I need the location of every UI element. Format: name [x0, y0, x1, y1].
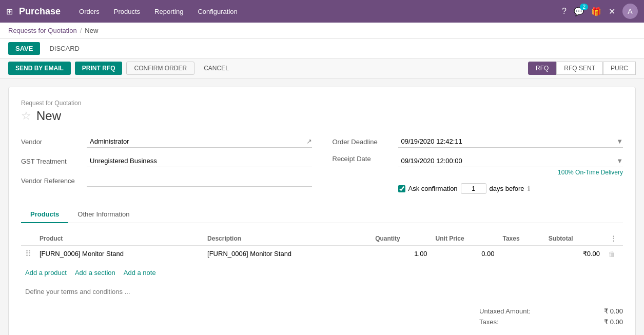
receipt-date-label: Receipt Date	[333, 155, 394, 163]
tab-products[interactable]: Products	[21, 206, 68, 223]
save-button[interactable]: SAVE	[8, 42, 40, 55]
receipt-date-input[interactable]	[398, 155, 615, 167]
form-column-right: Order Deadline ▼ Receipt Date ▼	[333, 135, 623, 194]
col-subtotal-header: Subtotal	[544, 231, 604, 246]
add-note-link[interactable]: Add a note	[124, 269, 156, 277]
form-title-row: ☆ New	[21, 109, 623, 123]
add-section-link[interactable]: Add a section	[75, 269, 115, 277]
order-deadline-input-wrapper: ▼	[398, 135, 623, 148]
form-column-left: Vendor ↗ GST Treatment Unregistered Busi…	[21, 135, 312, 194]
gst-label: GST Treatment	[21, 157, 83, 165]
col-quantity-header: Quantity	[371, 231, 431, 246]
receipt-date-group: Receipt Date ▼ 100% On-Time Delivery	[333, 155, 623, 176]
delete-row-icon[interactable]: 🗑	[608, 250, 615, 258]
tab-bar: Products Other Information	[21, 206, 623, 223]
summary-table: Untaxed Amount: ₹ 0.00 Taxes: ₹ 0.00	[479, 306, 623, 327]
col-taxes-header: Taxes	[498, 231, 544, 246]
gst-group: GST Treatment Unregistered Business	[21, 155, 312, 167]
status-tab-purchase[interactable]: PURC	[603, 62, 636, 75]
discard-button[interactable]: DISCARD	[44, 42, 85, 55]
confirmation-days-input[interactable]	[461, 183, 486, 194]
form-fields: Vendor ↗ GST Treatment Unregistered Busi…	[21, 135, 623, 194]
nav-products[interactable]: Products	[108, 5, 146, 18]
gst-select[interactable]: Unregistered Business	[87, 155, 312, 167]
vendor-ref-label: Vendor Reference	[21, 177, 83, 185]
secondary-bar: SEND BY EMAIL PRINT RFQ CONFIRM ORDER CA…	[0, 58, 644, 78]
table-row: ⠿ [FURN_0006] Monitor Stand [FURN_0006] …	[21, 246, 623, 262]
close-icon[interactable]: ✕	[609, 7, 615, 16]
print-rfq-button[interactable]: PRINT RFQ	[75, 62, 123, 75]
untaxed-amount-value: ₹ 0.00	[604, 307, 623, 315]
breadcrumb: Requests for Quotation / New	[0, 23, 644, 39]
form-heading: New	[36, 109, 61, 123]
gift-icon[interactable]: 🎁	[591, 7, 601, 16]
col-handle	[21, 231, 35, 246]
col-description-header: Description	[203, 231, 371, 246]
order-deadline-group: Order Deadline ▼	[333, 135, 623, 148]
form-card: Request for Quotation ☆ New Vendor ↗ GST…	[8, 87, 636, 335]
chat-icon[interactable]: 💬 2	[574, 7, 584, 16]
help-icon[interactable]: ?	[562, 7, 567, 16]
form-subtitle: Request for Quotation	[21, 100, 623, 107]
navbar-actions: ? 💬 2 🎁 ✕ A	[562, 4, 638, 19]
tab-other-information[interactable]: Other Information	[68, 206, 139, 223]
receipt-date-dropdown-icon[interactable]: ▼	[616, 157, 623, 165]
vendor-ref-input[interactable]	[87, 174, 312, 187]
vendor-input[interactable]	[87, 135, 304, 147]
favorite-icon[interactable]: ☆	[21, 109, 31, 123]
confirm-order-button[interactable]: CONFIRM ORDER	[126, 62, 194, 75]
vendor-label: Vendor	[21, 138, 83, 146]
column-menu-icon[interactable]: ⋮	[608, 234, 619, 242]
status-tabs: RFQ RFQ SENT PURC	[528, 62, 636, 75]
col-product-header: Product	[35, 231, 203, 246]
receipt-date-input-wrapper: ▼	[398, 155, 623, 167]
notification-badge: 2	[580, 4, 588, 10]
untaxed-amount-label: Untaxed Amount:	[479, 307, 531, 315]
taxes-value: ₹ 0.00	[604, 318, 623, 326]
navbar-menu: Orders Products Reporting Configuration	[73, 5, 562, 18]
status-tab-rfq-sent[interactable]: RFQ SENT	[556, 62, 603, 75]
send-by-email-button[interactable]: SEND BY EMAIL	[8, 62, 71, 75]
order-deadline-calendar-icon[interactable]: ▼	[616, 137, 623, 145]
vendor-external-link-icon[interactable]: ↗	[306, 137, 312, 145]
cell-description[interactable]: [FURN_0006] Monitor Stand	[203, 246, 371, 262]
vendor-group: Vendor ↗	[21, 135, 312, 148]
nav-orders[interactable]: Orders	[73, 5, 106, 18]
ask-confirmation-row: Ask confirmation days before ℹ	[398, 183, 623, 194]
breadcrumb-current: New	[85, 27, 98, 34]
cell-quantity[interactable]: 1.00	[371, 246, 431, 262]
nav-reporting[interactable]: Reporting	[148, 5, 189, 18]
drag-handle-icon[interactable]: ⠿	[25, 249, 31, 258]
cell-subtotal: ₹0.00	[544, 246, 604, 262]
summary-section: Untaxed Amount: ₹ 0.00 Taxes: ₹ 0.00	[21, 306, 623, 327]
cancel-button[interactable]: CANCEL	[199, 62, 234, 74]
app-brand: Purchase	[19, 6, 61, 17]
navbar: ⊞ Purchase Orders Products Reporting Con…	[0, 0, 644, 23]
col-menu-header[interactable]: ⋮	[604, 231, 623, 246]
order-deadline-label: Order Deadline	[333, 138, 394, 146]
nav-configuration[interactable]: Configuration	[191, 5, 243, 18]
summary-untaxed-row: Untaxed Amount: ₹ 0.00	[479, 306, 623, 317]
days-before-label: days before	[490, 185, 524, 192]
cell-product[interactable]: [FURN_0006] Monitor Stand	[35, 246, 203, 262]
cell-taxes[interactable]	[498, 246, 544, 262]
status-tab-rfq[interactable]: RFQ	[528, 62, 556, 75]
grid-icon[interactable]: ⊞	[6, 7, 13, 16]
cell-unit-price[interactable]: 0.00	[432, 246, 499, 262]
terms-input[interactable]	[21, 284, 623, 300]
user-avatar[interactable]: A	[622, 4, 638, 19]
add-links: Add a product Add a section Add a note	[21, 266, 623, 280]
vendor-ref-group: Vendor Reference	[21, 174, 312, 187]
product-table: Product Description Quantity Unit Price …	[21, 231, 623, 262]
add-product-link[interactable]: Add a product	[25, 269, 67, 277]
ask-confirmation-checkbox[interactable]	[398, 185, 405, 192]
vendor-input-wrapper: ↗	[87, 135, 312, 148]
action-bar: SAVE DISCARD	[0, 39, 644, 58]
info-icon[interactable]: ℹ	[528, 185, 530, 192]
breadcrumb-parent[interactable]: Requests for Quotation	[8, 27, 77, 34]
main-content: Request for Quotation ☆ New Vendor ↗ GST…	[0, 78, 644, 335]
col-unit-price-header: Unit Price	[432, 231, 499, 246]
breadcrumb-separator: /	[80, 27, 82, 34]
order-deadline-input[interactable]	[398, 135, 615, 147]
delivery-link[interactable]: 100% On-Time Delivery	[558, 169, 623, 176]
